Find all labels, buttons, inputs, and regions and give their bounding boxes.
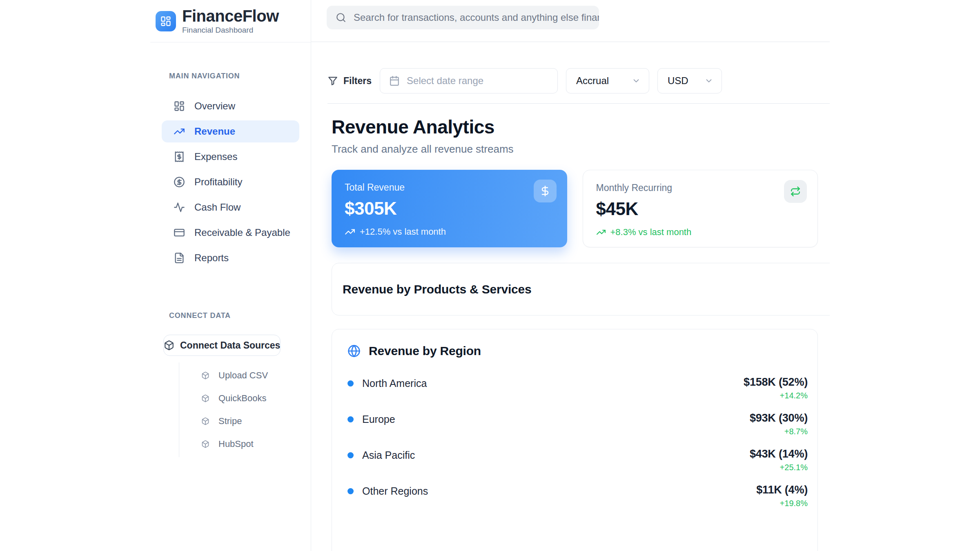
- products-card-title: Revenue by Products & Services: [343, 282, 532, 296]
- sidebar-item-reports[interactable]: Reports: [162, 247, 299, 269]
- globe-icon: [347, 344, 361, 358]
- filters-toggle[interactable]: Filters: [327, 76, 372, 87]
- trending-up-icon: [596, 227, 606, 237]
- monthly-recurring-card: Monthly Recurring $45K +8.3% vs last mon…: [583, 170, 818, 247]
- region-card-header: Revenue by Region: [347, 344, 808, 358]
- package-icon: [201, 417, 209, 425]
- sidebar-item-label: Overview: [194, 100, 235, 112]
- sidebar-item-label: Revenue: [194, 126, 235, 137]
- currency-value: USD: [668, 75, 688, 87]
- activity-icon: [174, 202, 185, 213]
- app-window: FinanceFlow Financial Dashboard MAIN NAV…: [150, 0, 830, 551]
- brand-name: FinanceFlow: [182, 7, 279, 24]
- sidebar-item-profitability[interactable]: Profitability: [162, 171, 299, 193]
- page-content: Revenue Analytics Track and analyze all …: [311, 104, 830, 551]
- package-icon: [201, 371, 209, 380]
- data-source-list: Upload CSV QuickBooks Stripe HubSpot: [179, 362, 311, 457]
- package-icon: [164, 340, 174, 351]
- dollar-sign-icon: [534, 180, 557, 202]
- metric-label: Total Revenue: [345, 182, 554, 193]
- sidebar-item-revenue[interactable]: Revenue: [162, 120, 299, 142]
- region-value: $93K (30%): [750, 412, 808, 424]
- region-change: +8.7%: [750, 427, 808, 436]
- trending-up-icon: [174, 126, 185, 137]
- sidebar-item-overview[interactable]: Overview: [162, 95, 299, 117]
- metric-value: $45K: [596, 199, 805, 219]
- page-title: Revenue Analytics: [332, 116, 830, 138]
- source-item-stripe[interactable]: Stripe: [179, 410, 311, 433]
- source-item-hubspot[interactable]: HubSpot: [179, 433, 311, 455]
- main-content: Filters Select date range Accrual USD Re…: [311, 0, 830, 551]
- connect-button-label: Connect Data Sources: [180, 340, 280, 351]
- metric-change-text: +12.5% vs last month: [360, 227, 446, 237]
- region-dot-icon: [347, 488, 354, 494]
- region-name: Asia Pacific: [362, 449, 415, 461]
- sidebar-item-receivable-payable[interactable]: Receivable & Payable: [162, 222, 299, 244]
- credit-card-icon: [174, 227, 185, 238]
- connect-data-sources-button[interactable]: Connect Data Sources: [163, 335, 281, 356]
- file-text-icon: [174, 252, 185, 264]
- source-item-label: HubSpot: [218, 439, 254, 449]
- region-name: Other Regions: [362, 485, 428, 497]
- package-icon: [201, 394, 209, 402]
- region-change: +14.2%: [744, 391, 808, 400]
- region-row-north-america: North America $158K (52%) +14.2%: [347, 376, 808, 402]
- section-label-connect-data: CONNECT DATA: [169, 311, 311, 320]
- region-dot-icon: [347, 416, 354, 422]
- metric-change-text: +8.3% vs last month: [610, 227, 692, 238]
- date-range-picker[interactable]: Select date range: [380, 68, 558, 93]
- top-bar: [311, 6, 830, 42]
- search-box[interactable]: [327, 6, 599, 29]
- chevron-down-icon: [632, 76, 641, 85]
- source-item-quickbooks[interactable]: QuickBooks: [179, 387, 311, 410]
- sidebar-item-label: Receivable & Payable: [194, 227, 290, 238]
- region-value: $43K (14%): [750, 448, 808, 460]
- total-revenue-card: Total Revenue $305K +12.5% vs last month: [332, 170, 567, 247]
- receipt-icon: [174, 151, 185, 162]
- chevron-down-icon: [704, 76, 713, 85]
- sidebar-item-label: Reports: [194, 252, 229, 264]
- repeat-icon: [784, 180, 807, 203]
- metric-change: +12.5% vs last month: [345, 227, 554, 237]
- region-row-europe: Europe $93K (30%) +8.7%: [347, 412, 808, 438]
- region-change: +19.8%: [756, 499, 808, 508]
- revenue-by-region-card: Revenue by Region North America $158K (5…: [332, 329, 818, 551]
- main-navigation: Overview Revenue Expenses Profitability …: [150, 95, 311, 269]
- region-card-title: Revenue by Region: [369, 344, 481, 358]
- app-logo-icon: [156, 11, 176, 31]
- sidebar-item-label: Cash Flow: [194, 202, 241, 213]
- metric-change: +8.3% vs last month: [596, 227, 805, 238]
- search-input[interactable]: [354, 12, 599, 23]
- section-label-main-navigation: MAIN NAVIGATION: [169, 72, 311, 80]
- package-icon: [201, 440, 209, 448]
- region-change: +25.1%: [750, 463, 808, 472]
- search-icon: [336, 12, 346, 23]
- brand-tagline: Financial Dashboard: [182, 26, 279, 35]
- brand-text: FinanceFlow Financial Dashboard: [182, 7, 279, 35]
- region-dot-icon: [347, 380, 354, 387]
- sidebar-header: FinanceFlow Financial Dashboard: [150, 0, 311, 42]
- sidebar-item-expenses[interactable]: Expenses: [162, 146, 299, 168]
- currency-select[interactable]: USD: [657, 68, 722, 93]
- filters-label: Filters: [343, 76, 372, 87]
- metric-label: Monthly Recurring: [596, 182, 805, 193]
- trending-up-icon: [345, 227, 355, 237]
- circle-dollar-icon: [174, 176, 185, 188]
- sidebar: FinanceFlow Financial Dashboard MAIN NAV…: [150, 0, 311, 551]
- region-name: North America: [362, 378, 427, 389]
- sidebar-item-cash-flow[interactable]: Cash Flow: [162, 196, 299, 218]
- region-name: Europe: [362, 413, 395, 425]
- source-item-label: Stripe: [218, 416, 242, 427]
- region-row-other-regions: Other Regions $11K (4%) +19.8%: [347, 484, 808, 510]
- sidebar-item-label: Profitability: [194, 176, 242, 188]
- region-row-asia-pacific: Asia Pacific $43K (14%) +25.1%: [347, 448, 808, 474]
- layout-dashboard-icon: [174, 100, 185, 112]
- filter-funnel-icon: [327, 76, 338, 86]
- page-subtitle: Track and analyze all revenue streams: [332, 143, 830, 156]
- revenue-by-products-card: Revenue by Products & Services: [332, 263, 830, 315]
- accounting-basis-select[interactable]: Accrual: [566, 68, 649, 93]
- source-item-label: QuickBooks: [218, 393, 266, 404]
- source-item-upload-csv[interactable]: Upload CSV: [179, 364, 311, 387]
- filters-bar: Filters Select date range Accrual USD: [327, 68, 830, 93]
- sidebar-item-label: Expenses: [194, 151, 237, 162]
